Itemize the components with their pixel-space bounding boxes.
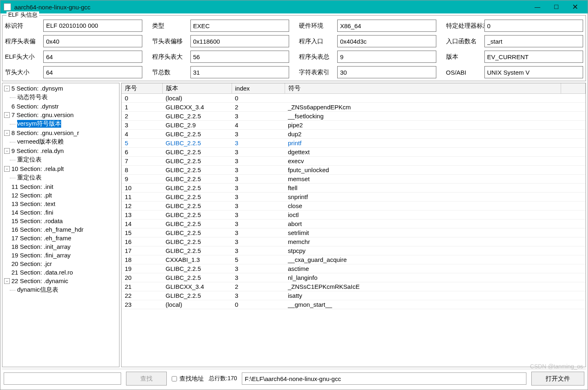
field-label: 节头大小 xyxy=(5,69,40,76)
tree-expander[interactable]: - xyxy=(4,148,10,154)
table-header[interactable]: 序号 xyxy=(122,83,162,94)
field-input[interactable] xyxy=(484,35,584,47)
tree-node[interactable]: -9 Section: .rela.dyn xyxy=(2,146,119,155)
field-input[interactable] xyxy=(484,66,584,78)
table-cell: GLIBC_2.2.5 xyxy=(162,139,232,148)
table-cell: 19 xyxy=(122,264,162,273)
table-row[interactable]: 3GLIBC_2.94pipe2 xyxy=(122,121,586,130)
table-row[interactable]: 6GLIBC_2.2.53dgettext xyxy=(122,148,586,157)
tree-child-node[interactable]: verneed版本依赖 xyxy=(2,137,119,146)
table-row[interactable]: 4GLIBC_2.2.53dup2 xyxy=(122,130,586,139)
tree-node-label: 18 Section: .init_array xyxy=(11,243,71,250)
search-input[interactable] xyxy=(4,372,121,385)
open-file-button[interactable]: 打开文件 xyxy=(531,372,584,386)
tree-node[interactable]: -5 Section: .dynsym xyxy=(2,84,119,93)
table-row[interactable]: 7GLIBC_2.2.53execv xyxy=(122,157,586,166)
maximize-button[interactable]: ☐ xyxy=(547,0,566,13)
table-row[interactable]: 15GLIBC_2.2.53setrlimit xyxy=(122,228,586,237)
table-row[interactable]: 13GLIBC_2.2.53ioctl xyxy=(122,211,586,219)
tree-node[interactable]: -22 Section: .dynamic xyxy=(2,277,119,285)
table-row[interactable]: 19GLIBC_2.2.53asctime xyxy=(122,264,586,273)
field-input[interactable] xyxy=(337,51,436,63)
tree-expander[interactable]: - xyxy=(4,112,10,118)
field-input[interactable] xyxy=(337,66,436,78)
table-row[interactable]: 14GLIBC_2.2.53abort xyxy=(122,219,586,228)
table-row[interactable]: 17GLIBC_2.2.53stpcpy xyxy=(122,246,586,255)
tree-child-node[interactable]: versym符号版本 xyxy=(2,119,119,129)
field-input[interactable] xyxy=(43,35,142,47)
tree-expander[interactable]: - xyxy=(4,130,10,136)
file-path-input[interactable] xyxy=(242,372,526,385)
tree-node[interactable]: 12 Section: .plt xyxy=(2,191,119,199)
table-row[interactable]: 23(local)0__gmon_start__ xyxy=(122,300,586,309)
table-row[interactable]: 20GLIBC_2.2.53nl_langinfo xyxy=(122,273,586,282)
field-input[interactable] xyxy=(337,35,436,47)
table-row[interactable]: 1GLIBCXX_3.42_ZNSs6appendEPKcm xyxy=(122,103,586,112)
tree-node[interactable]: 15 Section: .rodata xyxy=(2,217,119,225)
tree-node-label: 15 Section: .rodata xyxy=(11,217,63,224)
app-icon xyxy=(4,3,11,11)
tree-child-node[interactable]: dynamic信息表 xyxy=(2,285,119,295)
field-input[interactable] xyxy=(484,20,584,32)
table-row[interactable]: 21GLIBCXX_3.42_ZNSsC1EPKcmRKSaIcE xyxy=(122,282,586,291)
table-row[interactable]: 16GLIBC_2.2.53memchr xyxy=(122,237,586,246)
table-header[interactable]: 符号 xyxy=(285,83,561,94)
table-scroll[interactable]: 序号版本index符号 0(local)01GLIBCXX_3.42_ZNSs6… xyxy=(122,83,586,367)
field-label: OS/ABI xyxy=(446,69,481,76)
field: 入口函数名 xyxy=(446,35,584,47)
table-row[interactable]: 0(local)0 xyxy=(122,94,586,103)
table-row[interactable]: 8GLIBC_2.2.53fputc_unlocked xyxy=(122,166,586,175)
minimize-button[interactable]: — xyxy=(528,0,547,13)
tree-node[interactable]: 17 Section: .eh_frame xyxy=(2,234,119,242)
search-addr-checkbox[interactable] xyxy=(172,376,177,381)
groupbox-legend: ELF 头信息 xyxy=(7,11,39,19)
tree-node[interactable]: 20 Section: .jcr xyxy=(2,259,119,268)
section-tree[interactable]: -5 Section: .dynsym动态符号表6 Section: .dyns… xyxy=(2,83,119,367)
table-row[interactable]: 12GLIBC_2.2.53close xyxy=(122,202,586,211)
close-button[interactable]: ✕ xyxy=(566,0,584,13)
table-cell: 3 xyxy=(232,166,285,175)
table-row[interactable]: 5GLIBC_2.2.53printf xyxy=(122,139,586,148)
table-header[interactable]: index xyxy=(232,83,285,94)
tree-expander[interactable]: - xyxy=(4,86,10,91)
field-input[interactable] xyxy=(43,66,142,78)
tree-child-node[interactable]: 重定位表 xyxy=(2,173,119,182)
table-cell: 2 xyxy=(232,103,285,112)
symbol-table-pane: 序号版本index符号 0(local)01GLIBCXX_3.42_ZNSs6… xyxy=(121,83,586,367)
field-input[interactable] xyxy=(190,35,290,47)
table-row[interactable]: 2GLIBC_2.2.53__fsetlocking xyxy=(122,112,586,121)
table-row[interactable]: 18CXXABI_1.35__cxa_guard_acquire xyxy=(122,255,586,264)
field-label: 版本 xyxy=(446,53,481,61)
tree-node[interactable]: -10 Section: .rela.plt xyxy=(2,164,119,173)
tree-node[interactable]: 6 Section: .dynstr xyxy=(2,102,119,111)
table-row[interactable]: 9GLIBC_2.2.53memset xyxy=(122,175,586,184)
field-input[interactable] xyxy=(190,20,290,32)
tree-node[interactable]: 13 Section: .text xyxy=(2,199,119,208)
table-row[interactable]: 11GLIBC_2.2.53snprintf xyxy=(122,193,586,202)
titlebar[interactable]: aarch64-none-linux-gnu-gcc — ☐ ✕ xyxy=(0,0,588,13)
field-input[interactable] xyxy=(190,66,290,78)
table-row[interactable]: 22GLIBC_2.2.53isatty xyxy=(122,291,586,300)
table-cell: ioctl xyxy=(285,211,561,219)
field-input[interactable] xyxy=(337,20,436,32)
field-input[interactable] xyxy=(190,51,290,63)
tree-expander[interactable]: - xyxy=(4,278,10,284)
tree-node[interactable]: 21 Section: .data.rel.ro xyxy=(2,268,119,277)
search-button[interactable]: 查找 xyxy=(126,372,167,386)
field-input[interactable] xyxy=(43,20,142,32)
tree-expander[interactable]: - xyxy=(4,166,10,172)
tree-node[interactable]: 11 Section: .init xyxy=(2,182,119,191)
search-addr-checkbox-label[interactable]: 查找地址 xyxy=(172,375,204,383)
table-row[interactable]: 10GLIBC_2.2.53ftell xyxy=(122,184,586,193)
tree-node[interactable]: -8 Section: .gnu.version_r xyxy=(2,129,119,137)
field-input[interactable] xyxy=(484,51,584,63)
tree-node[interactable]: -7 Section: .gnu.version xyxy=(2,111,119,119)
tree-node[interactable]: 16 Section: .eh_frame_hdr xyxy=(2,225,119,234)
table-header[interactable]: 版本 xyxy=(162,83,232,94)
tree-child-node[interactable]: 动态符号表 xyxy=(2,93,119,102)
tree-child-node[interactable]: 重定位表 xyxy=(2,155,119,164)
tree-node[interactable]: 14 Section: .fini xyxy=(2,208,119,217)
tree-node[interactable]: 18 Section: .init_array xyxy=(2,242,119,251)
tree-node[interactable]: 19 Section: .fini_array xyxy=(2,251,119,259)
field-input[interactable] xyxy=(43,51,142,63)
